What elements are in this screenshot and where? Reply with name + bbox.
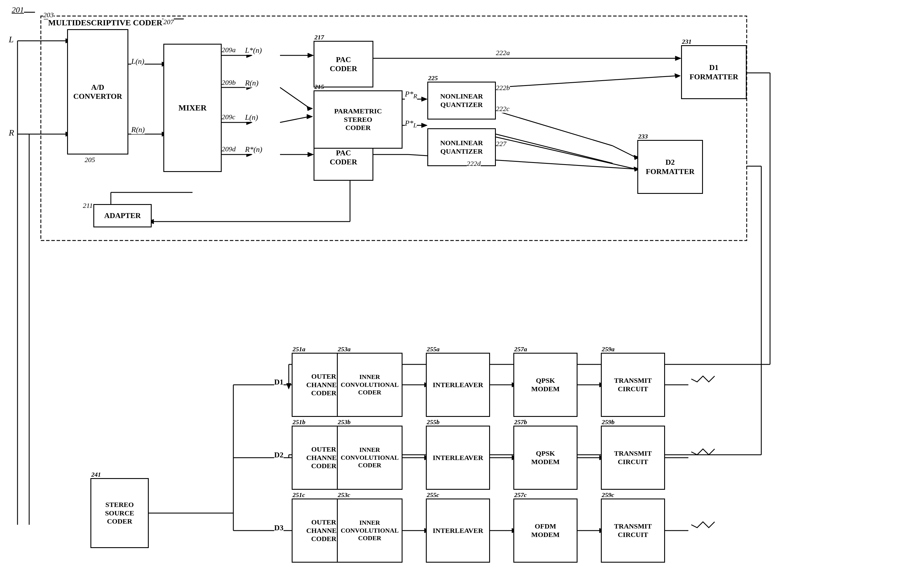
label-L: L xyxy=(9,34,14,44)
ref-203: 203 xyxy=(43,11,53,19)
mixer-box: MIXER xyxy=(164,44,222,172)
d3-label: D3 xyxy=(274,523,283,532)
d1-interleaver-box: 255a INTERLEAVER xyxy=(426,353,490,417)
ref-222b: 222b xyxy=(496,84,510,92)
d2-interleaver-box: 255b INTERLEAVER xyxy=(426,426,490,490)
d2-label: D2 xyxy=(274,451,283,459)
d1-transmit-box: 259a TRANSMITCIRCUIT xyxy=(601,353,665,417)
d2-transmit-box: 259b TRANSMITCIRCUIT xyxy=(601,426,665,490)
parametric-stereo-box: 215 PARAMETRICSTEREOCODER xyxy=(314,90,403,149)
pac-coder-top-box: 217 PACCODER xyxy=(314,41,373,87)
adapter-box: ADAPTER xyxy=(93,204,152,228)
ref-222c: 222c xyxy=(496,105,510,113)
svg-line-40 xyxy=(496,134,612,163)
svg-line-38 xyxy=(612,146,636,157)
stereo-source-box: 241 STEREOSOURCECODER xyxy=(91,478,149,548)
svg-line-37 xyxy=(496,111,612,146)
d3-interleaver-box: 255c INTERLEAVER xyxy=(426,499,490,563)
d1-formatter-box: 231 D1FORMATTER xyxy=(681,45,747,99)
d2-inner-box: 253b INNERCONVOLUTIONALCODER xyxy=(337,426,403,490)
label-Ln-209c: L(n) xyxy=(245,113,258,122)
d1-inner-box: 253a INNERCONVOLUTIONALCODER xyxy=(337,353,403,417)
svg-marker-90 xyxy=(287,383,291,389)
diagram: 201 L R MULTIDESCRIPTIVE CODER 203 207 A… xyxy=(0,0,915,588)
svg-marker-30 xyxy=(675,56,681,61)
svg-marker-21 xyxy=(308,53,314,58)
ref-209a: 209a xyxy=(222,46,236,54)
d1-label: D1 xyxy=(274,378,283,386)
label-Rstar: R*(n) xyxy=(245,145,262,154)
label-R: R xyxy=(9,128,14,137)
svg-marker-36 xyxy=(675,73,680,78)
ad-convertor-box: A/D CONVERTOR xyxy=(67,29,128,155)
svg-line-22 xyxy=(280,87,309,108)
ref-209b: 209b xyxy=(222,79,236,87)
nonlinear-q-top-box: 225 NONLINEARQUANTIZER xyxy=(427,82,496,120)
svg-marker-25 xyxy=(307,114,313,119)
ref-227: 227 xyxy=(496,140,506,148)
ref-209c: 209c xyxy=(222,113,235,121)
ref-222a: 222a xyxy=(496,49,510,57)
d2-modem-box: 257b QPSKMODEM xyxy=(513,426,578,490)
label-PL: P*L xyxy=(405,119,417,129)
ref-205: 205 xyxy=(84,156,95,164)
d3-inner-box: 253c INNERCONVOLUTIONALCODER xyxy=(337,499,403,563)
multidescriptive-coder-label: MULTIDESCRIPTIVE CODER xyxy=(48,18,162,27)
svg-marker-34 xyxy=(421,123,427,128)
svg-marker-32 xyxy=(421,97,427,102)
ref-222d: 222d xyxy=(467,160,481,168)
d1-modem-box: 257a QPSKMODEM xyxy=(513,353,578,417)
d3-transmit-box: 259c TRANSMITCIRCUIT xyxy=(601,499,665,563)
svg-marker-27 xyxy=(308,152,314,157)
d2-formatter-box: 233 D2FORMATTER xyxy=(637,140,703,194)
svg-marker-23 xyxy=(307,106,313,111)
label-Ln-ad: L(n) xyxy=(131,57,144,66)
label-Rn-ad: R(n) xyxy=(131,125,145,134)
svg-line-35 xyxy=(496,76,677,87)
label-PR: P*R xyxy=(405,90,417,100)
d3-modem-box: 257c OFDMMODEM xyxy=(513,499,578,563)
nonlinear-q-bot-box: NONLINEARQUANTIZER xyxy=(427,128,496,166)
label-Rn-209b: R(n) xyxy=(245,79,258,87)
svg-line-94 xyxy=(496,137,636,169)
svg-line-24 xyxy=(280,116,309,123)
label-Lstar: L*(n) xyxy=(245,46,262,55)
ref-209d: 209d xyxy=(222,145,236,153)
ref-211: 211 xyxy=(83,202,93,210)
ref-207: 207 xyxy=(164,18,174,26)
ref-201: 201 xyxy=(12,5,24,15)
